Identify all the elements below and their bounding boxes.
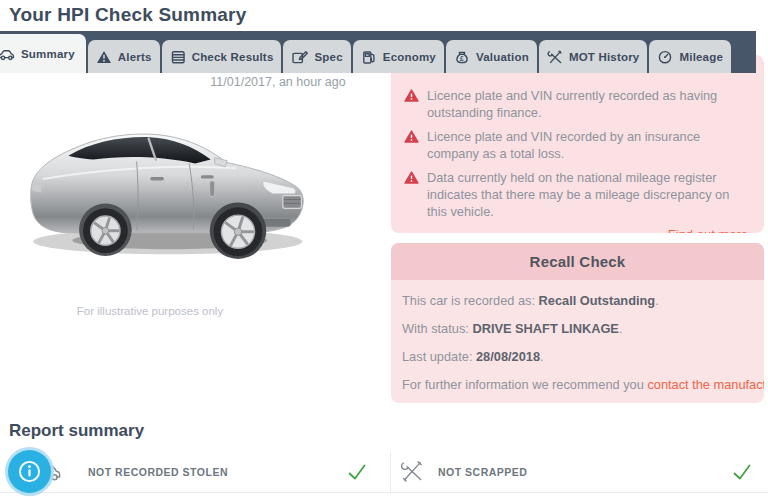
tab-label: Economy [383, 51, 436, 63]
recall-recorded-value: Recall Outstanding [539, 293, 656, 308]
check-icon [348, 464, 366, 480]
tab-label: Mileage [679, 51, 723, 63]
recall-update-value: 28/08/2018 [476, 349, 540, 364]
alert-text: Data currently held on the national mile… [427, 169, 751, 220]
pencil-paper-icon [291, 50, 308, 64]
report-summary-row: NOT RECORDED STOLEN NOT SCRAPPED [0, 452, 768, 493]
find-out-more-link[interactable]: Find out more [404, 227, 751, 233]
alert-text: Licence plate and VIN currently recorded… [427, 87, 751, 121]
recall-check-panel: Recall Check This car is recorded as: Re… [391, 243, 764, 403]
contact-manufacturer-link[interactable]: contact the manufacturer [647, 377, 764, 392]
alert-item: Licence plate and VIN recorded by an ins… [404, 128, 751, 162]
speedometer-icon [657, 50, 673, 64]
alert-text: Licence plate and VIN recorded by an ins… [427, 128, 751, 162]
recall-check-body: This car is recorded as: Recall Outstand… [391, 293, 764, 392]
tab-mileage[interactable]: Mileage [649, 40, 731, 73]
alert-item: Data currently held on the national mile… [404, 169, 751, 220]
vehicle-photo [4, 92, 316, 270]
car-illustration [4, 92, 316, 270]
warning-triangle-icon [96, 50, 112, 64]
warning-triangle-icon [404, 89, 419, 102]
recall-status-value: DRIVE SHAFT LINKAGE [472, 321, 618, 336]
svg-text:£: £ [460, 54, 464, 61]
tab-check-results[interactable]: Check Results [162, 40, 282, 73]
tab-summary[interactable]: Summary [0, 34, 86, 73]
tab-alerts[interactable]: Alerts [88, 40, 160, 73]
tab-label: Valuation [476, 51, 529, 63]
photo-disclaimer: For illustrative purposes only [10, 305, 290, 317]
tab-mot-history[interactable]: MOT History [539, 40, 648, 73]
crossed-tools-icon [547, 50, 563, 64]
tab-label: MOT History [569, 51, 640, 63]
report-item-label: NOT SCRAPPED [438, 466, 527, 478]
tab-bar: Summary Alerts Check Results Spec Econom… [0, 31, 756, 73]
page-title: Your HPI Check Summary [9, 4, 246, 26]
fuel-pump-icon [361, 50, 377, 64]
tab-label: Check Results [192, 51, 274, 63]
recall-line-update: Last update: 28/08/2018. [402, 349, 753, 364]
crossed-tools-icon [400, 460, 424, 484]
list-icon [170, 50, 186, 64]
tab-valuation[interactable]: £ Valuation [446, 40, 537, 73]
tab-economy[interactable]: Economy [353, 40, 444, 73]
recall-line-status: With status: DRIVE SHAFT LINKAGE. [402, 321, 753, 336]
report-item-not-stolen: NOT RECORDED STOLEN [0, 452, 390, 492]
report-item-not-scrapped: NOT SCRAPPED [390, 452, 768, 492]
money-bag-icon: £ [454, 50, 470, 64]
car-icon [0, 47, 15, 61]
info-icon [16, 458, 43, 485]
recall-line-info: For further information we recommend you… [402, 377, 753, 392]
report-item-label: NOT RECORDED STOLEN [88, 466, 228, 478]
report-summary-title: Report summary [9, 421, 144, 441]
warning-triangle-icon [404, 171, 419, 184]
tab-label: Alerts [118, 51, 152, 63]
alerts-panel: Licence plate and VIN currently recorded… [391, 55, 764, 233]
tab-spec[interactable]: Spec [283, 40, 350, 73]
tab-label: Spec [314, 51, 342, 63]
recall-line-recorded: This car is recorded as: Recall Outstand… [402, 293, 753, 308]
warning-triangle-icon [404, 130, 419, 143]
info-badge[interactable] [8, 450, 51, 493]
tab-label: Summary [21, 48, 75, 60]
check-icon [733, 464, 751, 480]
photo-date-caption: 11/01/2017, an hour ago [128, 75, 428, 89]
hpi-check-summary-page: Your HPI Check Summary Licence plate and… [0, 0, 768, 497]
recall-check-title: Recall Check [391, 243, 764, 280]
alert-item: Licence plate and VIN currently recorded… [404, 87, 751, 121]
